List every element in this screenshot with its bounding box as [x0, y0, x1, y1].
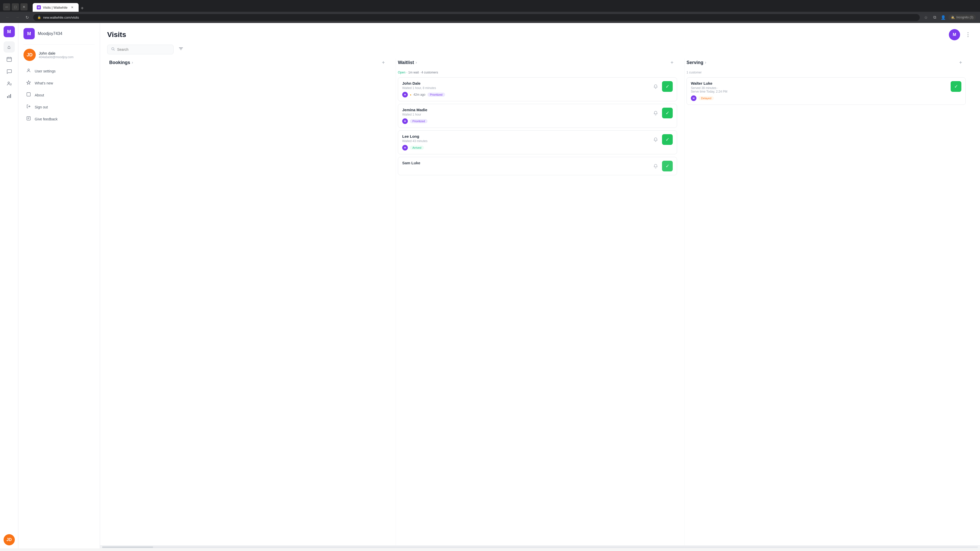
sidebar-item-analytics[interactable]: [3, 90, 15, 102]
serving-name-walter-luke: Walter Luke: [691, 81, 948, 86]
header-more-button[interactable]: ⋮: [963, 30, 973, 39]
svg-point-4: [8, 82, 10, 83]
whats-new-label: What's new: [35, 81, 53, 85]
filter-button[interactable]: [177, 44, 185, 54]
serving-actions-walter-luke: ✓: [951, 81, 961, 92]
search-input-wrapper[interactable]: [107, 44, 173, 54]
incognito-label: Incognito (3): [956, 16, 974, 19]
sidebar-item-users[interactable]: [3, 78, 15, 89]
visit-name-john-dale: John Dale: [402, 81, 649, 86]
about-label: About: [35, 93, 44, 97]
sidebar-item-home[interactable]: ⌂: [3, 41, 15, 52]
search-input[interactable]: [117, 48, 170, 52]
sidebar-logo[interactable]: M: [3, 26, 15, 37]
maximize-button[interactable]: □: [12, 3, 19, 11]
minimize-button[interactable]: ─: [3, 3, 10, 11]
flyout-user-email: 404a6a0d@moodjoy.com: [39, 56, 73, 59]
visit-info-john-dale: John Dale Waited 1 hour, 8 minutes M ● 4…: [402, 81, 649, 97]
waitlist-title-wrapper[interactable]: Waitlist ›: [398, 60, 417, 65]
new-tab-button[interactable]: +: [79, 5, 86, 12]
waitlist-column-title: Waitlist: [398, 60, 414, 65]
serving-avatar-walter-luke: M: [691, 95, 697, 101]
back-button[interactable]: ←: [4, 14, 11, 21]
svg-rect-9: [27, 93, 30, 96]
bookings-title-wrapper[interactable]: Bookings ›: [109, 60, 133, 65]
visit-time-lee-long: Waited 43 minutes: [402, 139, 649, 143]
waitlist-status-open: Open: [398, 71, 405, 74]
main-header: Visits M ⋮: [100, 23, 980, 44]
user-settings-icon: [25, 68, 32, 74]
flyout-user-avatar: JD: [24, 49, 36, 61]
bell-button-john-dale[interactable]: [651, 82, 660, 91]
profile-button[interactable]: 👤: [940, 14, 947, 21]
header-avatar[interactable]: M: [949, 29, 960, 40]
serving-info-walter-luke: Walter Luke Served 38 minutes · Serve ti…: [691, 81, 948, 101]
extensions-button[interactable]: ⧉: [931, 14, 938, 21]
check-button-sam-luke[interactable]: ✓: [662, 161, 673, 171]
visit-time-john-dale: Waited 1 hour, 8 minutes: [402, 86, 649, 90]
sign-out-label: Sign out: [35, 105, 48, 109]
url-bar[interactable]: 🔒 new.waitwhile.com/visits: [33, 14, 920, 21]
check-button-jemina-madie[interactable]: ✓: [662, 108, 673, 118]
waitlist-arrow-icon: ›: [415, 60, 417, 65]
serving-add-button[interactable]: +: [956, 59, 965, 67]
flyout-menu-feedback[interactable]: Give feedback: [24, 113, 95, 125]
star-button[interactable]: ☆: [922, 14, 929, 21]
sign-out-icon: [25, 104, 32, 110]
bell-button-jemina-madie[interactable]: [651, 109, 660, 118]
lock-icon: 🔒: [37, 16, 41, 19]
flyout-menu-sign-out[interactable]: Sign out: [24, 101, 95, 113]
serving-serve-time-walter-luke: Serve time Today, 2:24 PM: [691, 90, 948, 94]
tab-close-button[interactable]: ✕: [70, 5, 75, 10]
visit-actions-sam-luke: ✓: [651, 161, 673, 171]
bookings-add-button[interactable]: +: [379, 59, 387, 67]
visit-avatar-jemina-madie: M: [402, 118, 408, 124]
flyout-menu-about[interactable]: About: [24, 89, 95, 101]
serving-time-walter-luke: Served 38 minutes ·: [691, 86, 948, 90]
flyout-user-info: John dale 404a6a0d@moodjoy.com: [39, 51, 73, 59]
incognito-badge: 🕵 Incognito (3): [948, 14, 976, 20]
visit-avatar-lee-long: M: [402, 145, 408, 151]
visit-info-jemina-madie: Jemina Madie Waited 1 hour M Prioritized: [402, 108, 649, 124]
visit-name-jemina-madie: Jemina Madie: [402, 108, 649, 112]
bookings-column: Bookings › +: [107, 59, 396, 545]
check-button-john-dale[interactable]: ✓: [662, 81, 673, 92]
close-button[interactable]: ✕: [21, 3, 27, 11]
waitlist-add-button[interactable]: +: [668, 59, 676, 67]
browser-controls: ─ □ ✕: [3, 3, 27, 11]
flyout-user-section: JD John dale 404a6a0d@moodjoy.com: [24, 44, 95, 65]
bookings-arrow-icon: ›: [132, 60, 133, 65]
visit-card-lee-long: Lee Long Waited 43 minutes M Arrived: [398, 130, 677, 154]
waitlist-divider: ·: [406, 71, 407, 74]
browser-titlebar: ─ □ ✕ M Visits | Waitwhile ✕ +: [0, 0, 980, 12]
svg-rect-6: [9, 95, 10, 98]
reload-button[interactable]: ↻: [24, 14, 30, 21]
scrollbar-thumb: [102, 546, 153, 548]
bell-button-lee-long[interactable]: [651, 135, 660, 144]
serving-meta-walter-luke: M Delayed: [691, 95, 948, 101]
flyout-panel: M Moodjoy7434 JD John dale 404a6a0d@mood…: [18, 23, 100, 548]
sidebar-user-avatar[interactable]: JD: [3, 534, 15, 545]
visit-card-jemina-madie: Jemina Madie Waited 1 hour M Prioritized: [398, 104, 677, 128]
serving-title-wrapper[interactable]: Serving ›: [687, 60, 706, 65]
serving-customer-count: 1 customer: [687, 71, 967, 74]
sidebar-item-messages[interactable]: [3, 66, 15, 77]
browser-chrome: ─ □ ✕ M Visits | Waitwhile ✕ + ← → ↻ 🔒 n…: [0, 0, 980, 23]
omnibar: ← → ↻ 🔒 new.waitwhile.com/visits ☆ ⧉ 👤 🕵…: [0, 12, 980, 23]
serving-arrow-icon: ›: [705, 60, 706, 65]
active-tab[interactable]: M Visits | Waitwhile ✕: [33, 3, 79, 12]
check-button-walter-luke[interactable]: ✓: [951, 81, 961, 92]
flyout-org-section: M Moodjoy7434: [24, 28, 95, 39]
about-icon: [25, 92, 32, 98]
flyout-menu-whats-new[interactable]: What's new: [24, 77, 95, 89]
flyout-menu-user-settings[interactable]: User settings: [24, 65, 95, 77]
bottom-scrollbar[interactable]: [100, 545, 980, 548]
bell-button-sam-luke[interactable]: [651, 162, 660, 170]
waitlist-column: Waitlist › + Open · 1m wait · 4 customer…: [396, 59, 684, 545]
sidebar-item-calendar[interactable]: [3, 54, 15, 65]
check-button-lee-long[interactable]: ✓: [662, 134, 673, 145]
flyout-org-icon: M: [24, 28, 35, 39]
forward-button[interactable]: →: [14, 14, 21, 21]
svg-rect-10: [27, 117, 30, 120]
serving-column-title: Serving: [687, 60, 703, 65]
